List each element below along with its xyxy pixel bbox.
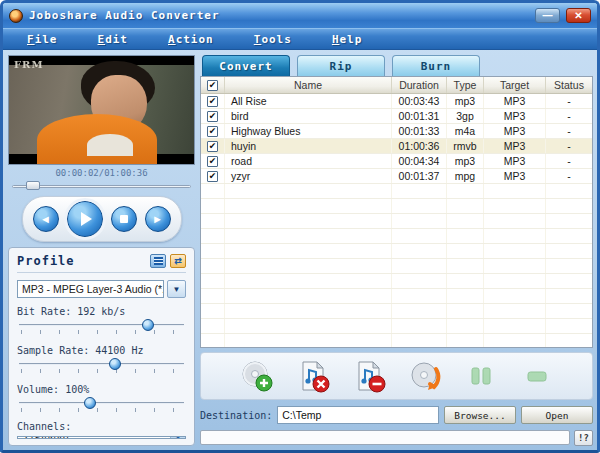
cell-name	[225, 274, 392, 288]
table-row[interactable]	[201, 184, 592, 199]
channels-select[interactable]: 2 (Stereo) ▼	[17, 436, 186, 439]
table-row[interactable]: ✔ huyin 01:00:36 rmvb MP3 -	[201, 139, 592, 154]
cell-status	[546, 319, 592, 333]
bit-rate-label: Bit Rate: 192 kb/s	[17, 306, 186, 317]
row-checkbox[interactable]: ✔	[201, 154, 225, 168]
format-options-button[interactable]: ▼	[167, 280, 186, 298]
table-row[interactable]	[201, 304, 592, 319]
row-checkbox[interactable]: ✔	[201, 94, 225, 108]
checkbox-icon: ✔	[207, 111, 218, 122]
cell-type: m4a	[447, 124, 484, 138]
close-icon: ✕	[574, 11, 582, 21]
open-button[interactable]: Open	[521, 406, 593, 424]
row-checkbox[interactable]	[201, 304, 225, 318]
row-checkbox[interactable]	[201, 214, 225, 228]
arrow-down-icon: ▼	[173, 285, 181, 294]
menu-file[interactable]: File	[21, 31, 64, 48]
cell-type: 3gp	[447, 109, 484, 123]
row-checkbox[interactable]	[201, 274, 225, 288]
column-header-duration[interactable]: Duration	[392, 77, 447, 93]
row-checkbox[interactable]	[201, 199, 225, 213]
row-checkbox[interactable]	[201, 319, 225, 333]
next-button[interactable]: ►	[145, 206, 171, 232]
tab-rip[interactable]: Rip	[297, 55, 385, 76]
destination-row: Destination: C:\Temp Browse... Open	[200, 405, 593, 425]
content-area: FRM 00:00:02/01:00:36 ◄ ► Profile	[3, 50, 597, 450]
table-row[interactable]	[201, 334, 592, 347]
browse-button[interactable]: Browse...	[444, 406, 516, 424]
menu-action[interactable]: Action	[162, 31, 220, 48]
cell-duration	[392, 319, 447, 333]
table-row[interactable]	[201, 214, 592, 229]
format-select[interactable]: MP3 - MPEG Layer-3 Audio (*.mp3) ▼	[17, 280, 164, 298]
table-row[interactable]	[201, 259, 592, 274]
cell-status	[546, 259, 592, 273]
row-checkbox[interactable]	[201, 229, 225, 243]
cell-target	[484, 304, 546, 318]
tab-convert[interactable]: Convert	[202, 55, 290, 76]
row-checkbox[interactable]: ✔	[201, 124, 225, 138]
pause-button[interactable]	[463, 358, 499, 394]
table-row[interactable]	[201, 289, 592, 304]
row-checkbox[interactable]	[201, 289, 225, 303]
column-header-type[interactable]: Type	[447, 77, 484, 93]
convert-icon	[408, 359, 442, 393]
next-icon: ►	[152, 213, 163, 225]
table-row[interactable]: ✔ road 00:04:34 mp3 MP3 -	[201, 154, 592, 169]
table-row[interactable]: ✔ bird 00:01:31 3gp MP3 -	[201, 109, 592, 124]
row-checkbox[interactable]	[201, 334, 225, 347]
row-checkbox[interactable]: ✔	[201, 139, 225, 153]
table-row[interactable]	[201, 199, 592, 214]
stop-button[interactable]	[519, 358, 555, 394]
help-button[interactable]: !?	[574, 430, 593, 446]
tab-burn[interactable]: Burn	[392, 55, 480, 76]
table-row[interactable]	[201, 274, 592, 289]
table-row[interactable]: ✔ yzyr 00:01:37 mpg MP3 -	[201, 169, 592, 184]
destination-input[interactable]: C:\Temp	[277, 406, 439, 424]
table-row[interactable]: ✔ All Rise 00:03:43 mp3 MP3 -	[201, 94, 592, 109]
row-checkbox[interactable]	[201, 244, 225, 258]
row-checkbox[interactable]	[201, 184, 225, 198]
bit-rate-slider[interactable]	[19, 319, 184, 337]
minimize-button[interactable]: —	[535, 8, 560, 23]
row-checkbox[interactable]: ✔	[201, 109, 225, 123]
profile-list-icon[interactable]	[150, 254, 166, 268]
seek-slider[interactable]	[12, 180, 191, 192]
checkbox-icon: ✔	[207, 80, 218, 91]
play-button[interactable]	[67, 201, 103, 237]
column-header-target[interactable]: Target	[484, 77, 546, 93]
chevron-down-icon[interactable]: ▼	[170, 436, 185, 439]
menu-help[interactable]: Help	[326, 31, 369, 48]
bit-rate-thumb[interactable]	[142, 319, 154, 331]
previous-button[interactable]: ◄	[33, 206, 59, 232]
remove-file-icon	[296, 359, 330, 393]
close-button[interactable]: ✕	[566, 8, 591, 23]
menu-edit[interactable]: Edit	[92, 31, 135, 48]
cell-type	[447, 229, 484, 243]
sample-rate-thumb[interactable]	[109, 358, 121, 370]
table-row[interactable]	[201, 319, 592, 334]
volume-slider[interactable]	[19, 397, 184, 415]
seek-thumb[interactable]	[26, 181, 40, 190]
sample-rate-slider[interactable]	[19, 358, 184, 376]
cell-type	[447, 304, 484, 318]
table-row[interactable]: ✔ Highway Blues 00:01:33 m4a MP3 -	[201, 124, 592, 139]
volume-thumb[interactable]	[84, 397, 96, 409]
add-files-icon	[240, 359, 274, 393]
remove-all-button[interactable]	[351, 358, 387, 394]
profile-expand-icon[interactable]: ⇄	[170, 254, 186, 268]
add-files-button[interactable]	[239, 358, 275, 394]
column-header-name[interactable]: Name	[225, 77, 392, 93]
row-checkbox[interactable]: ✔	[201, 169, 225, 183]
remove-file-button[interactable]	[295, 358, 331, 394]
column-header-status[interactable]: Status	[546, 77, 592, 93]
table-row[interactable]	[201, 229, 592, 244]
stop-playback-button[interactable]	[111, 206, 137, 232]
row-checkbox[interactable]	[201, 259, 225, 273]
file-list-header: ✔ Name Duration Type Target Status	[201, 77, 592, 94]
convert-button[interactable]	[407, 358, 443, 394]
checkbox-icon: ✔	[207, 126, 218, 137]
table-row[interactable]	[201, 244, 592, 259]
select-all-checkbox[interactable]: ✔	[201, 77, 225, 93]
menu-tools[interactable]: Tools	[248, 31, 298, 48]
